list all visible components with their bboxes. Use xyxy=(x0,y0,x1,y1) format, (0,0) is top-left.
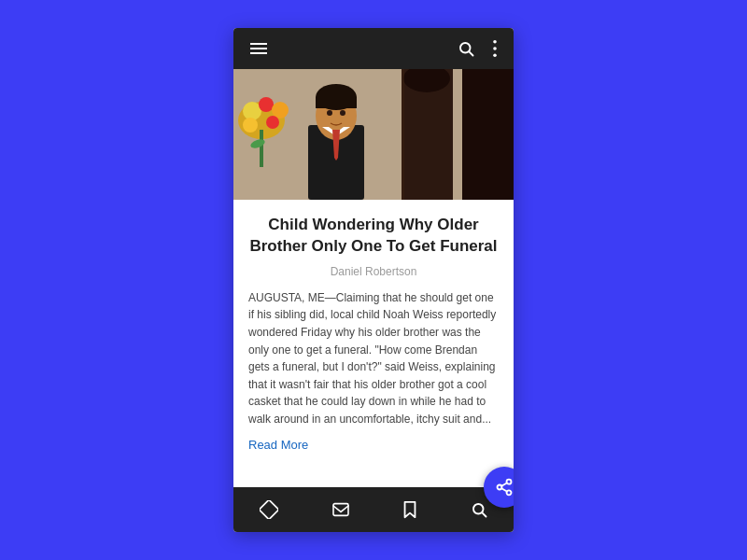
home-button[interactable] xyxy=(254,495,284,525)
article-title: Child Wondering Why Older Brother Only O… xyxy=(248,215,499,258)
top-navbar xyxy=(233,28,514,69)
svg-point-8 xyxy=(259,97,274,112)
svg-point-2 xyxy=(493,40,497,44)
nav-left xyxy=(247,39,271,58)
svg-point-3 xyxy=(493,47,497,50)
mail-icon xyxy=(331,502,350,517)
search-bottom-icon xyxy=(471,501,487,518)
svg-line-1 xyxy=(469,51,472,55)
svg-rect-12 xyxy=(260,130,263,167)
svg-rect-27 xyxy=(333,504,348,516)
svg-point-11 xyxy=(243,118,258,133)
mail-button[interactable] xyxy=(326,497,356,523)
svg-rect-26 xyxy=(260,500,278,519)
svg-rect-17 xyxy=(316,97,357,108)
svg-point-19 xyxy=(340,110,345,116)
article-author: Daniel Robertson xyxy=(248,265,499,278)
svg-point-10 xyxy=(266,116,279,129)
article-body: AUGUSTA, ME—Claiming that he should get … xyxy=(248,289,499,428)
svg-rect-24 xyxy=(462,69,514,200)
read-more-link[interactable]: Read More xyxy=(248,438,308,452)
more-vertical-icon xyxy=(493,40,497,57)
bottom-navbar xyxy=(233,487,514,532)
bookmark-icon xyxy=(402,500,417,519)
nav-right xyxy=(454,36,500,61)
svg-line-29 xyxy=(482,512,486,516)
search-button[interactable] xyxy=(454,36,478,61)
svg-line-34 xyxy=(501,483,507,485)
svg-line-33 xyxy=(501,488,507,491)
search-icon xyxy=(458,40,474,57)
menu-button[interactable] xyxy=(247,39,271,58)
article-content: Child Wondering Why Older Brother Only O… xyxy=(233,200,514,460)
svg-point-18 xyxy=(327,110,332,116)
bookmark-button[interactable] xyxy=(397,495,423,525)
home-diamond-icon xyxy=(260,500,278,519)
article-image xyxy=(233,69,514,200)
hamburger-icon xyxy=(250,43,267,54)
article-photo xyxy=(233,69,514,200)
svg-point-4 xyxy=(493,53,497,57)
content-area: Child Wondering Why Older Brother Only O… xyxy=(233,69,514,487)
more-button[interactable] xyxy=(489,36,500,61)
phone-frame: Child Wondering Why Older Brother Only O… xyxy=(233,28,514,532)
share-icon xyxy=(495,478,514,497)
svg-rect-25 xyxy=(402,69,404,200)
